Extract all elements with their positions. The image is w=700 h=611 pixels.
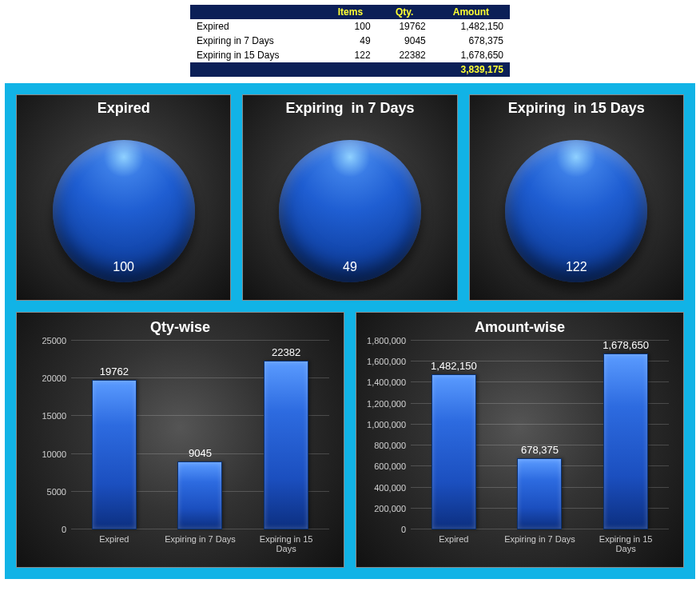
- x-tick-label: Expiring in 7 Days: [503, 534, 575, 553]
- cell-amount: 678,375: [432, 34, 510, 48]
- cell-amount: 1,482,150: [432, 19, 510, 34]
- y-tick-label: 15000: [42, 411, 66, 421]
- bar-slot: 19762: [78, 365, 150, 529]
- pie-card-7days: Expiring in 7 Days 49: [242, 94, 457, 301]
- y-tick-label: 1,000,000: [367, 420, 406, 429]
- th-blank: [190, 5, 324, 19]
- y-tick-label: 0: [62, 525, 66, 534]
- summary-table: Items Qty. Amount Expired 100 19762 1,48…: [190, 5, 510, 77]
- bar: [177, 461, 222, 529]
- bar-card-amount: Amount-wise 0200,000400,000600,000800,00…: [356, 312, 684, 568]
- dashboard-panel: Expired 100 Expiring in 7 Days 49 Expiri…: [5, 83, 695, 579]
- x-axis: ExpiredExpiring in 7 DaysExpiring in 15 …: [71, 534, 329, 553]
- bar-row: Qty-wise 0500010000150002000025000 19762…: [16, 312, 684, 568]
- pie-value: 122: [566, 260, 587, 274]
- cell-items: 100: [324, 19, 376, 34]
- bar: [603, 353, 648, 529]
- bar-slot: 9045: [164, 447, 236, 529]
- cell-total: 3,839,175: [190, 62, 510, 77]
- table-row: Expired 100 19762 1,482,150: [190, 19, 510, 34]
- pie-row: Expired 100 Expiring in 7 Days 49 Expiri…: [16, 94, 684, 301]
- y-tick-label: 10000: [42, 449, 66, 459]
- table-row: Expiring in 15 Days 122 22382 1,678,650: [190, 48, 510, 62]
- x-tick-label: Expiring in 7 Days: [164, 534, 236, 553]
- bar-value-label: 9045: [189, 447, 212, 459]
- cell-qty: 19762: [377, 19, 432, 34]
- cell-items: 49: [324, 34, 376, 48]
- pie-title: Expired: [17, 100, 230, 117]
- bar-chart-amount: 0200,000400,000600,000800,0001,000,0001,…: [411, 341, 669, 529]
- y-tick-label: 25000: [42, 336, 66, 345]
- cell-qty: 22382: [377, 48, 432, 62]
- th-qty: Qty.: [377, 5, 432, 19]
- x-axis: ExpiredExpiring in 7 DaysExpiring in 15 …: [411, 534, 669, 553]
- cell-qty: 9045: [377, 34, 432, 48]
- bar-value-label: 19762: [100, 365, 129, 377]
- bar: [264, 361, 308, 529]
- bars: 19762904522382: [71, 341, 329, 529]
- pie-value: 100: [113, 260, 134, 274]
- x-tick-label: Expired: [418, 534, 490, 553]
- bars: 1,482,150678,3751,678,650: [411, 341, 669, 529]
- bar: [92, 380, 137, 529]
- y-tick-label: 400,000: [374, 483, 406, 493]
- table-row: Expiring in 7 Days 49 9045 678,375: [190, 34, 510, 48]
- bar: [517, 458, 562, 529]
- y-tick-label: 200,000: [374, 504, 406, 513]
- bar-slot: 1,678,650: [590, 339, 662, 529]
- y-tick-label: 20000: [42, 373, 66, 383]
- cell-label: Expired: [190, 19, 324, 34]
- y-tick-label: 800,000: [374, 441, 406, 450]
- bar-title: Amount-wise: [366, 319, 674, 336]
- summary-table-wrap: Items Qty. Amount Expired 100 19762 1,48…: [5, 5, 695, 77]
- bar: [432, 374, 476, 529]
- bar-value-label: 1,678,650: [603, 339, 649, 351]
- y-tick-label: 1,400,000: [367, 377, 406, 387]
- y-tick-label: 1,200,000: [367, 399, 406, 409]
- table-total-row: 3,839,175: [190, 62, 510, 77]
- pie-title: Expiring in 7 Days: [243, 100, 456, 117]
- y-tick-label: 1,600,000: [367, 357, 406, 366]
- th-amount: Amount: [432, 5, 510, 19]
- bar-value-label: 678,375: [521, 444, 559, 456]
- x-tick-label: Expiring in 15 Days: [590, 534, 662, 553]
- bar-card-qty: Qty-wise 0500010000150002000025000 19762…: [16, 312, 344, 568]
- bar-value-label: 1,482,150: [431, 360, 477, 372]
- y-tick-label: 600,000: [374, 461, 406, 471]
- x-tick-label: Expired: [78, 534, 150, 553]
- pie-card-15days: Expiring in 15 Days 122: [469, 94, 684, 301]
- x-tick-label: Expiring in 15 Days: [250, 534, 322, 553]
- y-tick-label: 0: [401, 525, 406, 534]
- bar-chart-qty: 0500010000150002000025000 19762904522382: [71, 341, 329, 529]
- table-header-row: Items Qty. Amount: [190, 5, 510, 19]
- pie-card-expired: Expired 100: [16, 94, 231, 301]
- pie-value: 49: [343, 260, 357, 274]
- bar-slot: 1,482,150: [418, 360, 490, 529]
- y-tick-label: 1,800,000: [367, 336, 406, 345]
- cell-label: Expiring in 15 Days: [190, 48, 324, 62]
- bar-slot: 678,375: [503, 444, 575, 529]
- cell-amount: 1,678,650: [432, 48, 510, 62]
- th-items: Items: [324, 5, 376, 19]
- bar-value-label: 22382: [272, 346, 300, 358]
- y-tick-label: 5000: [47, 487, 66, 497]
- cell-label: Expiring in 7 Days: [190, 34, 324, 48]
- cell-items: 122: [324, 48, 376, 62]
- bar-title: Qty-wise: [26, 319, 334, 336]
- pie-title: Expiring in 15 Days: [470, 100, 683, 117]
- bar-slot: 22382: [250, 346, 322, 529]
